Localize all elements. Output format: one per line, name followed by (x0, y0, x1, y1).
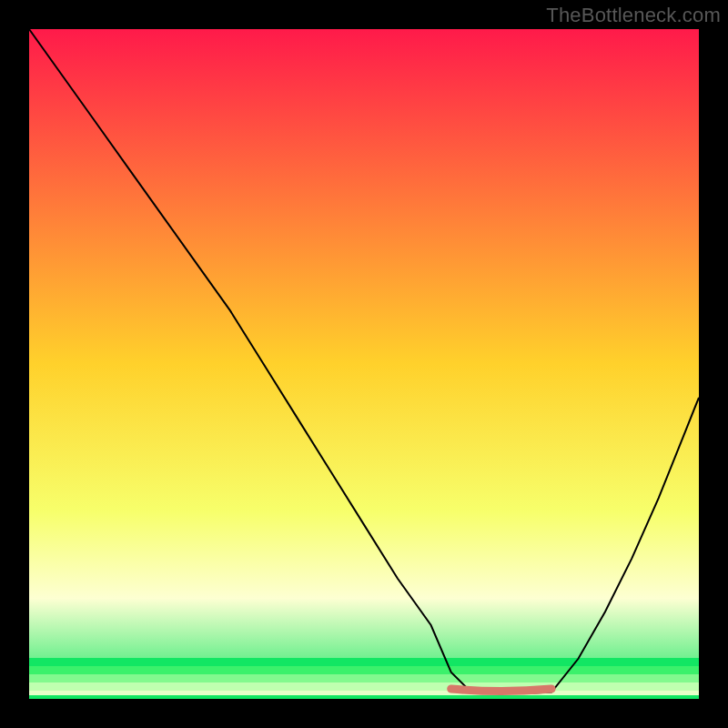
svg-rect-3 (29, 666, 699, 674)
gradient-background (29, 29, 699, 699)
bottom-bands (29, 658, 699, 699)
svg-rect-9 (699, 0, 728, 728)
svg-rect-2 (29, 674, 699, 682)
chart-container: TheBottleneck.com (0, 0, 728, 728)
watermark-text: TheBottleneck.com (546, 4, 721, 27)
plot-area (29, 29, 699, 699)
svg-rect-1 (29, 682, 699, 691)
svg-rect-4 (29, 658, 699, 666)
svg-rect-7 (0, 699, 728, 728)
flat-minimum-segment (451, 689, 551, 692)
svg-rect-8 (0, 0, 29, 728)
svg-rect-5 (29, 695, 699, 699)
chart-svg (0, 0, 728, 728)
